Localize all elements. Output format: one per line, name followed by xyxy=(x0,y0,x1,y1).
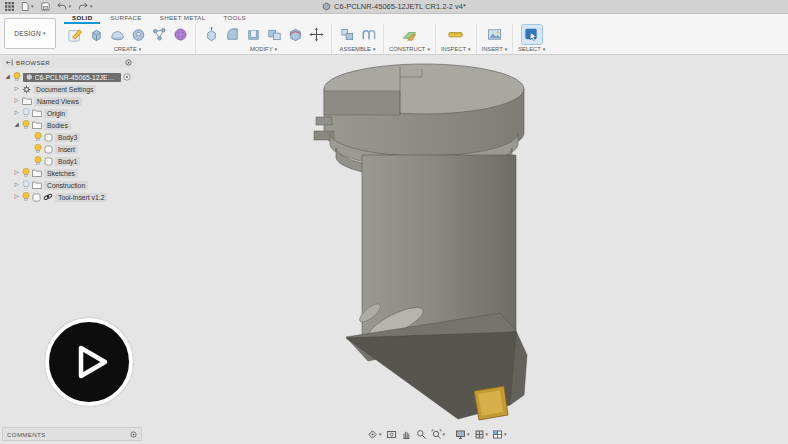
comments-label: COMMENTS xyxy=(7,431,46,438)
browser-header: BROWSER xyxy=(2,57,136,68)
tree-item-insert[interactable]: Insert xyxy=(2,143,136,155)
combine-icon[interactable] xyxy=(264,25,284,44)
new-component-icon[interactable] xyxy=(337,25,357,44)
pan-icon[interactable] xyxy=(400,429,413,440)
viewports-icon[interactable]: ▾ xyxy=(491,429,508,440)
workspace-selector-button[interactable]: DESIGN ▾ xyxy=(4,18,56,49)
joint-icon[interactable] xyxy=(358,25,378,44)
chevron-down-icon: ▾ xyxy=(373,47,376,52)
chevron-down-icon: ▾ xyxy=(90,4,93,9)
play-button[interactable] xyxy=(45,318,133,406)
press-pull-icon[interactable] xyxy=(201,25,221,44)
create-sketch-icon[interactable] xyxy=(65,25,85,44)
play-icon xyxy=(63,336,115,388)
body-icon xyxy=(44,157,53,166)
expand-arrow-icon[interactable]: ▷ xyxy=(13,98,20,104)
tree-item-bodies[interactable]: ◢ Bodies xyxy=(2,119,136,131)
visibility-bulb-on-icon[interactable] xyxy=(34,144,42,154)
collapse-panel-icon[interactable] xyxy=(6,59,13,66)
tree-item-construction[interactable]: ▷ Construction xyxy=(2,179,136,191)
item-label: Construction xyxy=(47,182,85,189)
tree-item-tool-insert[interactable]: ▷ Tool-Insert v1.2 xyxy=(2,191,136,203)
shell-icon[interactable] xyxy=(243,25,263,44)
visibility-bulb-on-icon[interactable] xyxy=(13,72,21,82)
form-icon[interactable] xyxy=(170,25,190,44)
revolve-icon[interactable] xyxy=(107,25,127,44)
expand-arrow-icon[interactable]: ▷ xyxy=(13,194,20,200)
file-icon[interactable]: ▾ xyxy=(21,2,34,11)
comments-options-icon[interactable] xyxy=(130,431,137,438)
ribbon-groups: CREATE▾ MODIFY▾ xyxy=(60,24,788,54)
save-icon[interactable] xyxy=(41,2,50,11)
chevron-down-icon: ▾ xyxy=(69,4,72,9)
tree-item-document-settings[interactable]: ▷ Document Settings xyxy=(2,83,136,95)
construct-dropdown[interactable]: CONSTRUCT▾ xyxy=(389,46,430,53)
visibility-bulb-on-icon[interactable] xyxy=(34,156,42,166)
ribbon-tabs: SOLID SURFACE SHEET METAL TOOLS xyxy=(60,13,788,24)
undo-icon[interactable]: ▾ xyxy=(57,2,72,11)
tab-surface[interactable]: SURFACE xyxy=(102,13,149,24)
insert-dropdown[interactable]: INSERT▾ xyxy=(482,46,508,53)
fit-icon[interactable]: ▾ xyxy=(430,429,447,440)
tree-item-named-views[interactable]: ▷ Named Views xyxy=(2,95,136,107)
grid-snaps-icon[interactable]: ▾ xyxy=(473,429,490,440)
split-body-icon[interactable] xyxy=(285,25,305,44)
chevron-down-icon: ▾ xyxy=(467,432,470,437)
display-settings-icon[interactable]: ▾ xyxy=(454,429,471,440)
tree-item-origin[interactable]: ▷ Origin xyxy=(2,107,136,119)
activate-radio-icon[interactable] xyxy=(123,73,131,81)
tree-item-sketches[interactable]: ▷ Sketches xyxy=(2,167,136,179)
expand-arrow-icon[interactable]: ◢ xyxy=(13,122,20,128)
tree-item-root-component[interactable]: ◢ C6-PCLNR-45065-12JETL CR1... xyxy=(2,71,136,83)
create-dropdown[interactable]: CREATE▾ xyxy=(114,46,142,53)
orbit-icon[interactable]: ▾ xyxy=(366,429,383,440)
assemble-dropdown[interactable]: ASSEMBLE▾ xyxy=(340,46,376,53)
zoom-icon[interactable] xyxy=(415,429,428,440)
data-panel-grid-icon[interactable] xyxy=(5,2,14,11)
browser-options-icon[interactable] xyxy=(125,59,132,66)
folder-icon xyxy=(32,181,42,189)
visibility-bulb-on-icon[interactable] xyxy=(22,192,30,202)
expand-arrow-icon[interactable]: ◢ xyxy=(4,74,11,80)
ribbon: SOLID SURFACE SHEET METAL TOOLS CREATE▾ xyxy=(60,13,788,54)
browser-tree: ◢ C6-PCLNR-45065-12JETL CR1... ▷ Documen… xyxy=(2,71,136,203)
chevron-down-icon: ▾ xyxy=(505,47,508,52)
look-at-icon[interactable] xyxy=(385,429,398,440)
inspect-dropdown[interactable]: INSPECT▾ xyxy=(441,46,471,53)
expand-arrow-icon[interactable]: ▷ xyxy=(13,170,20,176)
construction-plane-icon[interactable] xyxy=(399,25,419,44)
visibility-bulb-on-icon[interactable] xyxy=(22,168,30,178)
tab-solid[interactable]: SOLID xyxy=(64,13,100,24)
extrude-icon[interactable] xyxy=(86,25,106,44)
visibility-bulb-off-icon[interactable] xyxy=(22,108,30,118)
tree-item-body1[interactable]: Body1 xyxy=(2,155,136,167)
link-icon xyxy=(43,193,53,201)
measure-icon[interactable] xyxy=(446,25,466,44)
select-icon[interactable] xyxy=(522,25,542,44)
visibility-bulb-off-icon[interactable] xyxy=(22,180,30,190)
redo-icon[interactable]: ▾ xyxy=(78,2,93,11)
chevron-down-icon: ▾ xyxy=(427,47,430,52)
select-dropdown[interactable]: SELECT▾ xyxy=(518,46,545,53)
tab-tools[interactable]: TOOLS xyxy=(215,13,253,24)
modify-dropdown[interactable]: MODIFY▾ xyxy=(250,46,277,53)
tree-item-body3[interactable]: Body3 xyxy=(2,131,136,143)
expand-arrow-icon[interactable]: ▷ xyxy=(13,86,20,92)
insert-image-icon[interactable] xyxy=(484,25,504,44)
item-label: Body3 xyxy=(58,134,77,141)
visibility-bulb-on-icon[interactable] xyxy=(34,132,42,142)
root-label-pill: C6-PCLNR-45065-12JETL CR1... xyxy=(23,73,121,82)
ribbon-toolbar: DESIGN ▾ SOLID SURFACE SHEET METAL TOOLS xyxy=(0,13,788,55)
pipe-icon[interactable] xyxy=(149,25,169,44)
fillet-icon[interactable] xyxy=(222,25,242,44)
sweep-icon[interactable] xyxy=(128,25,148,44)
comments-bar[interactable]: COMMENTS xyxy=(2,427,142,441)
visibility-bulb-on-icon[interactable] xyxy=(22,120,30,130)
expand-arrow-icon[interactable]: ▷ xyxy=(13,110,20,116)
tab-sheet-metal[interactable]: SHEET METAL xyxy=(152,13,214,24)
expand-arrow-icon[interactable]: ▷ xyxy=(13,182,20,188)
chevron-down-icon: ▾ xyxy=(486,432,489,437)
group-insert: INSERT▾ xyxy=(477,24,514,54)
move-copy-icon[interactable] xyxy=(306,25,326,44)
item-label: Insert xyxy=(58,146,75,153)
